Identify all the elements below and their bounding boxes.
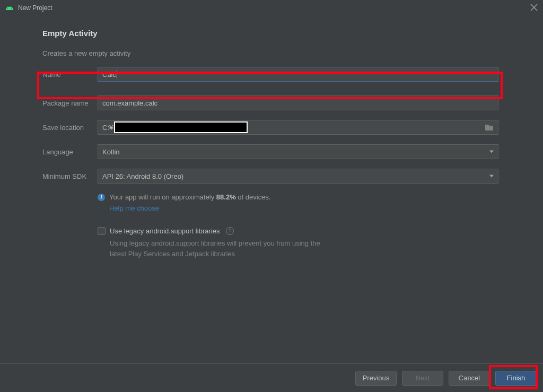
sdk-info-line: i Your app will run on approximately 88.…: [98, 193, 498, 201]
language-label: Language: [42, 148, 98, 156]
package-label: Package name: [42, 99, 98, 107]
name-label: Name: [42, 71, 98, 79]
minsdk-select[interactable]: API 26: Android 8.0 (Oreo): [98, 169, 498, 184]
sdk-info-text: Your app will run on approximately 88.2%…: [109, 193, 271, 201]
close-button[interactable]: [530, 4, 538, 13]
name-input[interactable]: Calc: [98, 67, 498, 82]
legacy-note: Using legacy android.support libraries w…: [110, 238, 338, 259]
minsdk-label: Minimum SDK: [42, 172, 98, 180]
legacy-checkbox[interactable]: [98, 227, 106, 235]
sdk-info-block: i Your app will run on approximately 88.…: [98, 193, 498, 212]
legacy-checkbox-line: Use legacy android.support libraries ?: [98, 227, 498, 235]
save-location-input[interactable]: C:¥: [98, 120, 498, 135]
footer-bar: Previous Next Cancel Finish: [0, 363, 543, 392]
text-caret: [117, 70, 117, 79]
folder-browse-icon[interactable]: [485, 124, 494, 131]
save-location-prefix: C:¥: [98, 124, 113, 132]
page-subtitle: Creates a new empty activity: [42, 49, 543, 57]
row-minimum-sdk: Minimum SDK API 26: Android 8.0 (Oreo): [0, 169, 543, 184]
titlebar: New Project: [0, 0, 543, 16]
next-button: Next: [402, 371, 443, 386]
legacy-label: Use legacy android.support libraries: [110, 227, 220, 235]
help-icon[interactable]: ?: [226, 227, 234, 235]
save-location-label: Save location: [42, 124, 98, 132]
window-title: New Project: [18, 4, 52, 12]
content-area: Empty Activity Creates a new empty activ…: [0, 16, 543, 259]
info-icon: i: [98, 194, 105, 201]
row-package: Package name: [0, 95, 543, 110]
legacy-block: Use legacy android.support libraries ? U…: [98, 227, 498, 259]
redacted-path: [114, 121, 248, 133]
finish-button[interactable]: Finish: [495, 371, 537, 386]
row-save-location: Save location C:¥: [0, 120, 543, 135]
name-input-value: Calc: [102, 71, 116, 79]
help-me-choose-link[interactable]: Help me choose: [109, 204, 159, 212]
row-name: Name Calc: [0, 67, 543, 82]
chevron-down-icon: [489, 175, 494, 178]
package-input[interactable]: [98, 95, 498, 110]
minsdk-value: API 26: Android 8.0 (Oreo): [102, 172, 183, 180]
row-language: Language Kotlin: [0, 144, 543, 159]
cancel-button[interactable]: Cancel: [449, 371, 490, 386]
android-icon: [5, 4, 14, 12]
close-icon: [530, 4, 538, 11]
language-value: Kotlin: [102, 148, 120, 156]
chevron-down-icon: [489, 151, 494, 153]
previous-button[interactable]: Previous: [355, 371, 397, 386]
language-select[interactable]: Kotlin: [98, 144, 498, 159]
page-title: Empty Activity: [42, 29, 543, 38]
